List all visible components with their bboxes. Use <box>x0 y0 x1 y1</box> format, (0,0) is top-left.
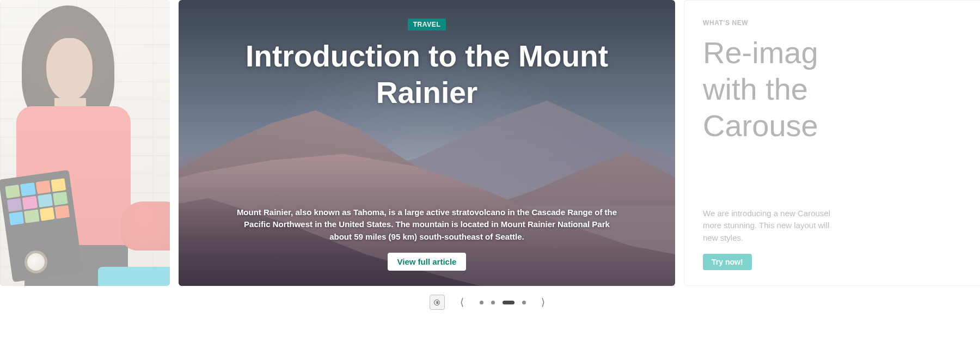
title-line: Re-imag <box>703 34 970 71</box>
pagination-dot-3[interactable] <box>503 301 514 304</box>
try-now-button[interactable]: Try now! <box>703 254 752 270</box>
pause-button[interactable] <box>430 295 445 310</box>
carousel-slide-prev[interactable] <box>0 0 170 286</box>
hero-description: Mount Rainier, also known as Tahoma, is … <box>236 206 617 243</box>
next-slide-body: We are introducing a new Carousel more s… <box>703 207 970 245</box>
pagination-dot-2[interactable] <box>491 301 495 304</box>
carousel-controls: ⟨ ⟩ <box>0 286 980 319</box>
category-badge: TRAVEL <box>408 19 446 30</box>
pagination-dot-1[interactable] <box>480 301 483 304</box>
chevron-left-icon: ⟨ <box>460 297 464 307</box>
body-line: more stunning. This new layout will <box>703 219 970 232</box>
chevron-right-icon: ⟩ <box>541 297 545 307</box>
carousel-viewport: TRAVEL Introduction to the Mount Rainier… <box>0 0 980 286</box>
title-line: Carouse <box>703 107 970 144</box>
body-line: We are introducing a new Carousel <box>703 207 970 220</box>
next-button[interactable]: ⟩ <box>536 295 551 310</box>
title-line: with the <box>703 71 970 107</box>
pause-icon <box>434 300 440 306</box>
view-article-button[interactable]: View full article <box>388 253 467 271</box>
prev-button[interactable]: ⟨ <box>455 295 470 310</box>
carousel-slide-next[interactable]: WHAT'S NEW Re-imag with the Carouse We a… <box>684 0 980 286</box>
body-line: new styles. <box>703 232 970 245</box>
hero-title: Introduction to the Mount Rainier <box>220 38 634 111</box>
whats-new-eyebrow: WHAT'S NEW <box>703 19 970 27</box>
pagination-dot-4[interactable] <box>522 301 526 304</box>
carousel-slide-active: TRAVEL Introduction to the Mount Rainier… <box>179 0 675 286</box>
pagination-dots <box>480 301 526 304</box>
next-slide-title: Re-imag with the Carouse <box>703 34 970 144</box>
